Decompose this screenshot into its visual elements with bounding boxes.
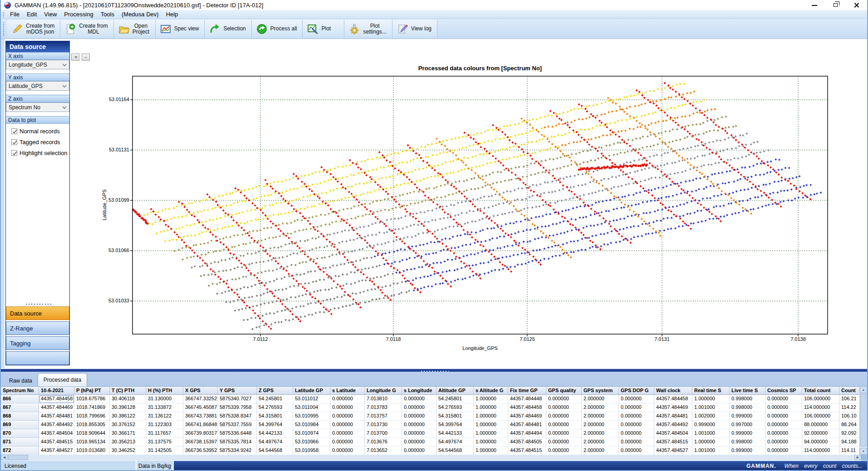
plot-zoom-out-button[interactable]: - <box>82 53 90 61</box>
table-cell[interactable]: 0.000000 <box>619 412 654 421</box>
table-cell[interactable]: 0.998000 <box>730 438 765 447</box>
table-cell[interactable]: 0.000000 <box>402 395 436 403</box>
table-cell[interactable]: 7.013700 <box>365 429 402 438</box>
table-cell[interactable]: 53.010958 <box>293 447 330 455</box>
table-cell[interactable]: 366745.45087 <box>183 403 218 412</box>
sidebar-nav-tagging[interactable]: Tagging <box>6 336 69 350</box>
table-cell[interactable]: 54.315801 <box>257 412 293 421</box>
restore-button[interactable] <box>832 2 840 8</box>
row-header-cell[interactable]: 866 <box>1 395 39 403</box>
table-cell[interactable]: 7.013676 <box>365 438 402 447</box>
table-cell[interactable]: 7.013783 <box>365 403 402 412</box>
table-cell[interactable]: 2.000000 <box>582 429 619 438</box>
table-cell[interactable]: 53.010974 <box>293 429 330 438</box>
table-cell[interactable]: 1019.013680 <box>74 447 110 455</box>
table-cell[interactable]: 0.000000 <box>765 429 802 438</box>
table-cell[interactable]: 44357.484469 <box>39 403 74 412</box>
table-cell[interactable]: 0.999000 <box>730 412 765 421</box>
table-cell[interactable]: 0.999000 <box>692 421 730 429</box>
table-cell[interactable]: 44357.484492 <box>39 421 74 429</box>
y-axis-dropdown[interactable]: Latitude_GPS <box>6 81 69 91</box>
toolbar-button-plot-settings...[interactable]: Plotsettings... <box>344 20 392 38</box>
table-cell[interactable]: 0.000000 <box>330 438 365 447</box>
table-cell[interactable]: 1018.855305 <box>74 421 110 429</box>
table-cell[interactable]: 44357.484469 <box>508 412 546 421</box>
table-cell[interactable]: 0.000000 <box>330 421 365 429</box>
table-cell[interactable]: 54.497674 <box>257 438 293 447</box>
table-cell[interactable]: 0.000000 <box>546 412 582 421</box>
table-cell[interactable]: 31.137575 <box>146 438 183 447</box>
plot-zoom-in-button[interactable]: + <box>71 53 79 61</box>
table-cell[interactable]: 44357.484515 <box>508 447 546 455</box>
table-cell[interactable]: 366738.15397 <box>183 438 218 447</box>
column-header-fix-time-gp[interactable]: Fix time GP <box>508 387 546 395</box>
sidebar-splitter-handle[interactable] <box>24 302 51 306</box>
table-cell[interactable]: 1018.675786 <box>74 395 110 403</box>
table-cell[interactable]: 54.399764 <box>436 421 474 429</box>
menu-item-edit[interactable]: Edit <box>23 10 40 19</box>
horizontal-scroll-thumb[interactable] <box>8 455 28 460</box>
table-cell[interactable]: 5875338.8347 <box>218 412 257 421</box>
table-cell[interactable]: 0.998000 <box>730 395 765 403</box>
table-cell[interactable]: 31.136122 <box>146 412 183 421</box>
column-header-real-time-s[interactable]: Real time S <box>692 387 730 395</box>
table-cell[interactable]: 0.999000 <box>730 447 765 455</box>
column-header-latitude-gp[interactable]: Latitude GP <box>293 387 330 395</box>
table-cell[interactable]: 5875337.7559 <box>218 421 257 429</box>
table-cell[interactable]: 114.000000 <box>802 403 839 412</box>
column-header-gps-system[interactable]: GPS system <box>582 387 619 395</box>
column-header-gps-dop-g[interactable]: GPS DOP G <box>619 387 654 395</box>
table-cell[interactable]: 0.000000 <box>765 447 802 455</box>
table-cell[interactable]: 0.000000 <box>330 403 365 412</box>
table-cell[interactable]: 0.000000 <box>546 438 582 447</box>
table-cell[interactable]: 94.000000 <box>802 438 839 447</box>
sidebar-nav-z-range[interactable]: Z-Range <box>6 321 69 335</box>
table-cell[interactable]: 7.013810 <box>365 395 402 403</box>
table-cell[interactable]: 30.406118 <box>110 395 146 403</box>
tab-raw-data[interactable]: Raw data <box>4 375 38 386</box>
scroll-down-button[interactable]: ▼ <box>860 448 867 455</box>
column-header-s-latitude[interactable]: s Latitude <box>330 387 365 395</box>
table-cell[interactable]: 0.000000 <box>402 429 436 438</box>
table-cell[interactable]: 31.133872 <box>146 403 183 412</box>
table-cell[interactable]: 2.000000 <box>582 395 619 403</box>
table-cell[interactable]: 53.010984 <box>293 421 330 429</box>
table-cell[interactable]: 0.000000 <box>619 438 654 447</box>
column-header-longitude-g[interactable]: Longitude G <box>365 387 402 395</box>
table-cell[interactable]: 114.22 <box>839 403 861 412</box>
table-cell[interactable]: 366739.80317 <box>183 429 218 438</box>
column-header-z-gps[interactable]: Z GPS <box>257 387 293 395</box>
menu-item-processing[interactable]: Processing <box>60 10 97 19</box>
table-cell[interactable]: 54.315801 <box>436 412 474 421</box>
table-cell[interactable]: 1018.741869 <box>74 403 110 412</box>
table-cell[interactable]: 1.000000 <box>474 421 508 429</box>
table-cell[interactable]: 54.544568 <box>436 447 474 455</box>
table-cell[interactable]: 0.000000 <box>619 395 654 403</box>
scroll-left-button[interactable]: ◀ <box>1 455 8 460</box>
table-cell[interactable]: 0.000000 <box>546 395 582 403</box>
table-cell[interactable]: 0.000000 <box>619 403 654 412</box>
column-header-gps-quality[interactable]: GPS quality <box>546 387 582 395</box>
table-cell[interactable]: 92.000000 <box>802 429 839 438</box>
table-cell[interactable]: 1.000000 <box>474 412 508 421</box>
minimize-button[interactable] <box>811 2 819 8</box>
table-cell[interactable]: 0.000000 <box>619 447 654 455</box>
table-cell[interactable]: 54.276593 <box>436 403 474 412</box>
menu-item-view[interactable]: View <box>40 10 60 19</box>
table-cell[interactable]: 0.000000 <box>765 421 802 429</box>
row-header-cell[interactable]: 872 <box>1 447 39 455</box>
row-header-cell[interactable]: 868 <box>1 412 39 421</box>
table-cell[interactable]: 30.356213 <box>110 438 146 447</box>
table-cell[interactable]: 5875340.7027 <box>218 395 257 403</box>
table-cell[interactable]: 44357.484515 <box>654 438 692 447</box>
table-cell[interactable]: 30.376152 <box>110 421 146 429</box>
table-cell[interactable]: 44357.484481 <box>508 421 546 429</box>
table-cell[interactable]: 1018.909644 <box>74 429 110 438</box>
table-cell[interactable]: 31.117657 <box>146 429 183 438</box>
table-cell[interactable]: 7.013757 <box>365 412 402 421</box>
column-header-live-time-s[interactable]: Live time S <box>730 387 765 395</box>
table-cell[interactable]: 366747.33252 <box>183 395 218 403</box>
table-cell[interactable]: 54.399764 <box>257 421 293 429</box>
toolbar-button-create-from-mdos-json[interactable]: Create frommDOS json <box>7 20 60 38</box>
table-cell[interactable]: 0.000000 <box>619 421 654 429</box>
